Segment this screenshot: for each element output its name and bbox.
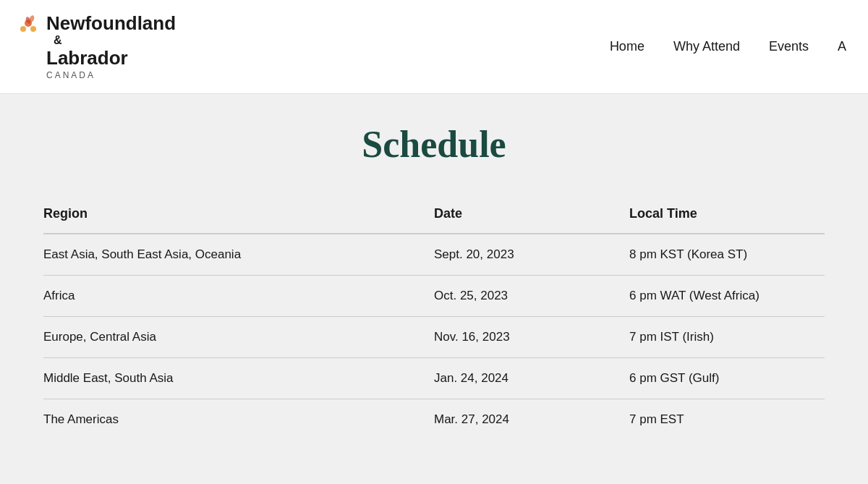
cell-date: Nov. 16, 2023 [434, 317, 629, 358]
cell-local-time: 6 pm WAT (West Africa) [629, 276, 825, 317]
cell-local-time: 6 pm GST (Gulf) [629, 358, 825, 399]
table-row: East Asia, South East Asia, OceaniaSept.… [43, 234, 825, 276]
main-content: Schedule Region Date Local Time East Asi… [0, 94, 868, 484]
cell-region: East Asia, South East Asia, Oceania [43, 234, 434, 276]
nav-why-attend[interactable]: Why Attend [673, 39, 740, 54]
schedule-title: Schedule [43, 123, 825, 166]
schedule-table: Region Date Local Time East Asia, South … [43, 195, 825, 440]
cell-date: Oct. 25, 2023 [434, 276, 629, 317]
cell-region: Africa [43, 276, 434, 317]
main-nav: Home Why Attend Events A [610, 39, 846, 54]
cell-date: Jan. 24, 2024 [434, 358, 629, 399]
cell-date: Sept. 20, 2023 [434, 234, 629, 276]
table-row: AfricaOct. 25, 20236 pm WAT (West Africa… [43, 276, 825, 317]
col-header-date: Date [434, 195, 629, 234]
logo-ampersand: & [54, 33, 176, 47]
logo-icon [14, 14, 42, 42]
site-header: Newfoundland & Labrador CANADA Home Why … [0, 0, 868, 94]
svg-point-2 [30, 26, 36, 32]
table-row: The AmericasMar. 27, 20247 pm EST [43, 399, 825, 441]
col-header-time: Local Time [629, 195, 825, 234]
logo-area: Newfoundland & Labrador CANADA [14, 13, 176, 80]
cell-local-time: 7 pm EST [629, 399, 825, 441]
nav-more[interactable]: A [838, 39, 846, 54]
table-row: Middle East, South AsiaJan. 24, 20246 pm… [43, 358, 825, 399]
cell-region: The Americas [43, 399, 434, 441]
cell-region: Middle East, South Asia [43, 358, 434, 399]
table-row: Europe, Central AsiaNov. 16, 20237 pm IS… [43, 317, 825, 358]
logo-line2: Labrador [46, 48, 176, 69]
cell-local-time: 8 pm KST (Korea ST) [629, 234, 825, 276]
col-header-region: Region [43, 195, 434, 234]
svg-point-1 [20, 26, 26, 32]
logo-line1: Newfoundland [46, 13, 176, 34]
nav-home[interactable]: Home [610, 39, 644, 54]
cell-local-time: 7 pm IST (Irish) [629, 317, 825, 358]
nav-events[interactable]: Events [769, 39, 809, 54]
cell-region: Europe, Central Asia [43, 317, 434, 358]
logo-canada: CANADA [46, 70, 176, 80]
cell-date: Mar. 27, 2024 [434, 399, 629, 441]
table-header-row: Region Date Local Time [43, 195, 825, 234]
